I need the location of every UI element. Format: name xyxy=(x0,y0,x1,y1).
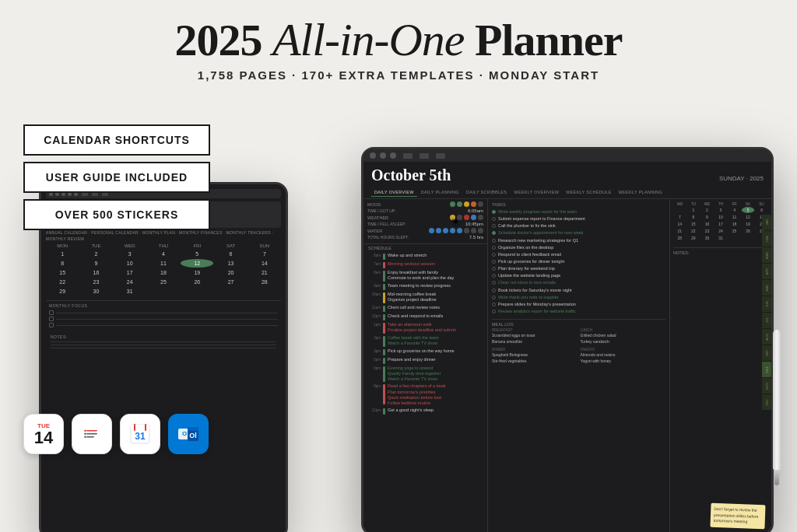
tl-cal-14[interactable]: 14 xyxy=(248,259,281,268)
tr-task-check-5[interactable] xyxy=(492,239,496,243)
tr-tab-weekly-schedule[interactable]: WEEKLY SCHEDULE xyxy=(563,188,614,197)
google-calendar-icon[interactable]: 31 xyxy=(120,414,160,454)
tl-nav-personal[interactable]: PERSONAL CALENDAR xyxy=(91,230,139,235)
tl-cal-25[interactable]: 25 xyxy=(147,278,180,286)
tr-water-dot-8[interactable] xyxy=(478,228,483,233)
tr-task-check-7[interactable] xyxy=(492,253,496,257)
apple-calendar-icon[interactable]: TUE 14 xyxy=(23,414,64,454)
tl-cal-29[interactable]: 29 xyxy=(46,287,79,296)
tr-weather-dot-2[interactable] xyxy=(457,215,462,220)
tr-month-tab-may[interactable]: MAY xyxy=(762,280,771,296)
tl-cal-8[interactable]: 8 xyxy=(46,259,79,268)
tl-cal-18[interactable]: 18 xyxy=(147,268,180,277)
tr-mood-dot-2[interactable] xyxy=(457,201,462,207)
tl-cal-9[interactable]: 9 xyxy=(79,259,112,268)
tr-month-tab-feb[interactable]: FEB xyxy=(762,231,771,247)
tr-water-dot-2[interactable] xyxy=(436,228,441,233)
tl-cal-22[interactable]: 22 xyxy=(46,278,79,286)
tr-task-check-1[interactable] xyxy=(492,210,496,214)
tl-cal-17[interactable]: 17 xyxy=(114,268,146,277)
tr-task-check-14[interactable] xyxy=(492,303,496,306)
tl-nav-trackers[interactable]: MONTHLY TRACKERS xyxy=(226,230,271,235)
tr-task-check-8[interactable] xyxy=(492,260,496,264)
tr-mood-dot-1[interactable] xyxy=(450,201,455,207)
tl-cal-3[interactable]: 3 xyxy=(114,250,146,258)
tl-focus-check-1[interactable] xyxy=(49,310,54,315)
tr-month-tab-apr[interactable]: APR xyxy=(762,264,771,279)
tl-cal-27[interactable]: 27 xyxy=(214,278,247,286)
tl-cal-30[interactable]: 30 xyxy=(79,287,112,296)
tl-cal-12[interactable]: 12 xyxy=(181,259,213,268)
tr-tab-daily-planning[interactable]: DAILY PLANNING xyxy=(418,188,462,197)
tr-date-title: October 5th xyxy=(371,166,451,184)
tr-task-check-2[interactable] xyxy=(492,217,496,221)
tl-notes-label: NOTES: xyxy=(51,334,276,339)
tl-cal-21[interactable]: 21 xyxy=(248,268,281,277)
tl-focus-check-3[interactable] xyxy=(49,323,54,327)
tl-cal-19[interactable]: 19 xyxy=(181,268,213,277)
tl-cal-7[interactable]: 7 xyxy=(248,250,281,258)
tl-cal-2[interactable]: 2 xyxy=(79,250,112,258)
tr-month-tab-nov[interactable]: NOV xyxy=(762,378,771,394)
tr-weather-dot-1[interactable]: ☀ xyxy=(450,215,455,220)
tr-tab-daily-scribbles[interactable]: DAILY SCRIBBLES xyxy=(463,188,510,197)
tr-water-dot-7[interactable] xyxy=(471,228,476,233)
tr-month-tab-mar[interactable]: MAR xyxy=(762,247,771,263)
tr-mood-dot-5[interactable] xyxy=(478,201,483,207)
tr-month-tab-dec[interactable]: DEC xyxy=(762,394,771,410)
tr-task-13: Write thank-you note to supplier xyxy=(492,295,665,300)
tr-task-check-13[interactable] xyxy=(492,296,496,299)
tr-month-tab-sep[interactable]: SEP xyxy=(762,345,771,361)
tl-cal-24[interactable]: 24 xyxy=(114,278,146,286)
tl-cal-13[interactable]: 13 xyxy=(214,259,247,268)
tl-focus-check-2[interactable] xyxy=(49,317,54,321)
tr-task-check-6[interactable] xyxy=(492,246,496,250)
tr-task-check-3[interactable] xyxy=(492,224,496,228)
tr-weather-dot-5[interactable] xyxy=(478,215,483,220)
tl-cal-31[interactable]: 31 xyxy=(114,287,146,296)
tl-cal-20[interactable]: 20 xyxy=(214,268,247,277)
tl-nav-monthly[interactable]: MONTHLY PLAN xyxy=(142,230,175,235)
tr-tab-weekly-planning[interactable]: WEEKLY PLANNING xyxy=(616,188,666,197)
tr-water-dot-6[interactable] xyxy=(464,228,469,233)
tl-cal-1[interactable]: 1 xyxy=(46,250,79,258)
tr-weather-dot-4[interactable] xyxy=(471,215,476,220)
tl-cal-5[interactable]: 5 xyxy=(181,250,213,258)
tl-cal-6[interactable]: 6 xyxy=(214,250,247,258)
tr-tab-weekly-overview[interactable]: WEEKLY OVERVIEW xyxy=(511,188,562,197)
tr-water-dot-5[interactable] xyxy=(457,228,462,233)
tr-task-check-9[interactable] xyxy=(492,267,496,271)
tr-task-check-12[interactable] xyxy=(492,289,496,292)
tl-cal-28[interactable]: 28 xyxy=(248,278,281,286)
tl-cal-26[interactable]: 26 xyxy=(181,278,213,286)
tl-nav-finances[interactable]: MONTHLY FINANCES xyxy=(179,230,222,235)
tl-cal-4[interactable]: 4 xyxy=(147,250,180,258)
tr-month-tab-jun[interactable]: JUN xyxy=(762,296,771,312)
tr-mood-dot-4[interactable] xyxy=(471,201,476,207)
tr-water-dot-1[interactable] xyxy=(429,228,434,233)
tr-month-tab-jul[interactable]: JUL xyxy=(762,313,771,328)
tl-nav-review[interactable]: MONTHLY REVIEW xyxy=(46,236,84,241)
tl-cal-16[interactable]: 16 xyxy=(79,268,112,277)
tl-cal-11[interactable]: 11 xyxy=(147,259,180,268)
tl-nav-annual[interactable]: ANNUAL CALENDAR xyxy=(46,230,87,235)
reminders-icon[interactable] xyxy=(72,414,112,454)
tr-month-tab-oct[interactable]: OCT xyxy=(762,362,771,377)
tr-water-dot-3[interactable] xyxy=(443,228,448,233)
tr-notes-section: NOTES: xyxy=(673,247,768,255)
tr-weather-dot-3[interactable] xyxy=(464,215,469,220)
tr-sch-item-6pm: 6pm Evening yoga to unwindQuality Family… xyxy=(363,365,487,383)
tr-task-check-10[interactable] xyxy=(492,274,496,278)
tr-mood-dot-3[interactable] xyxy=(464,201,469,207)
tl-cal-15[interactable]: 15 xyxy=(46,268,79,277)
tr-month-tab-aug[interactable]: AUG xyxy=(762,329,771,345)
tr-task-check-4[interactable] xyxy=(492,231,496,235)
tr-task-check-15[interactable] xyxy=(492,310,496,313)
tl-cal-23[interactable]: 23 xyxy=(79,278,112,286)
outlook-icon[interactable]: Ol O xyxy=(168,414,209,454)
tr-task-check-11[interactable] xyxy=(492,281,496,285)
tl-cal-10[interactable]: 10 xyxy=(114,259,146,268)
tr-month-tab-jan[interactable]: JAN xyxy=(762,215,771,230)
tr-tab-daily-overview[interactable]: DAILY OVERVIEW xyxy=(371,188,417,197)
tr-water-dot-4[interactable] xyxy=(450,228,455,233)
